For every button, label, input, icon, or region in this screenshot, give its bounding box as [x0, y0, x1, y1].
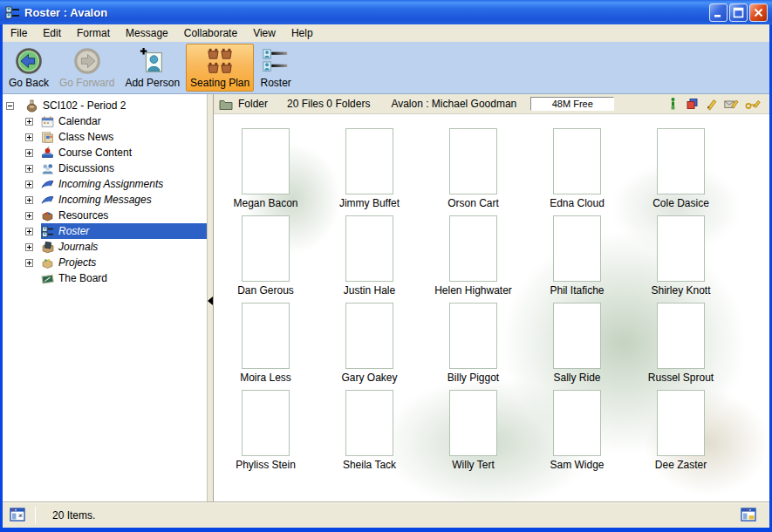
student-item[interactable]: Phyliss Stein [236, 390, 296, 471]
expand-toggle[interactable] [25, 228, 33, 235]
student-item[interactable]: Orson Cart [447, 128, 499, 209]
student-item[interactable]: Dee Zaster [655, 390, 707, 471]
roster-list-icon [260, 46, 291, 76]
student-photo [553, 390, 601, 456]
folder-contents-label: 20 Files 0 Folders [287, 98, 370, 110]
forward-arrow-icon [72, 46, 103, 76]
student-item[interactable]: Sally Ride [553, 303, 601, 384]
student-item[interactable]: Phil Itafiche [550, 215, 604, 297]
seating-plan-button[interactable]: Seating Plan [186, 44, 254, 92]
student-item[interactable]: Shirley Knott [651, 215, 710, 297]
window-title: Roster : Avalon [24, 6, 107, 19]
expand-toggle[interactable] [25, 133, 33, 141]
expand-toggle[interactable] [25, 259, 33, 267]
student-photo [345, 215, 393, 282]
student-name: Dee Zaster [655, 459, 707, 471]
student-name: Phil Itafiche [550, 284, 604, 297]
student-photo [553, 303, 601, 369]
tree-item-discussions[interactable]: Discussions [3, 160, 207, 176]
discussions-icon [41, 162, 54, 175]
student-photo [449, 303, 497, 369]
toggle-view-panel-icon[interactable] [741, 507, 757, 523]
student-name: Gary Oakey [341, 372, 397, 384]
menu-edit[interactable]: Edit [35, 25, 69, 41]
menu-help[interactable]: Help [284, 25, 321, 41]
key-edit-icon[interactable] [745, 97, 761, 111]
person-permission-icon[interactable] [666, 97, 680, 111]
expand-toggle[interactable] [25, 196, 33, 204]
student-item[interactable]: Edna Cloud [550, 128, 605, 209]
student-item[interactable]: Moira Less [240, 303, 291, 384]
tree-item-roster[interactable]: Roster [3, 223, 207, 239]
student-photo [657, 303, 705, 369]
student-photo [449, 128, 497, 194]
expand-toggle[interactable] [25, 149, 33, 157]
maximize-button[interactable] [729, 3, 748, 22]
mail-edit-icon[interactable] [724, 97, 739, 111]
status-bar: 20 Items. [3, 501, 769, 528]
expand-toggle[interactable] [6, 102, 14, 110]
toggle-tree-panel-icon[interactable] [10, 507, 26, 523]
maximize-icon [733, 7, 744, 18]
application-window: Roster : Avalon File Edit Format Message… [0, 0, 772, 532]
student-item[interactable]: Sam Widge [550, 390, 604, 471]
student-photo [553, 215, 601, 282]
student-item[interactable]: Russel Sprout [648, 303, 714, 384]
student-item[interactable]: Cole Dasice [652, 128, 709, 209]
expand-toggle[interactable] [25, 165, 33, 173]
tree-item-calendar[interactable]: Calendar [3, 113, 207, 129]
student-photo [242, 215, 290, 282]
menu-collaborate[interactable]: Collaborate [176, 25, 245, 41]
student-item[interactable]: Gary Oakey [341, 303, 397, 384]
student-name: Justin Hale [344, 284, 395, 297]
student-item[interactable]: Dan Gerous [237, 215, 294, 297]
tree-item-root[interactable]: SCI102 - Period 2 [3, 98, 207, 113]
close-button[interactable] [749, 3, 768, 22]
collapse-arrow-icon[interactable] [208, 297, 213, 305]
student-name: Jimmy Buffet [339, 197, 400, 209]
student-photo [657, 390, 705, 456]
student-item[interactable]: Sheila Tack [343, 390, 396, 471]
tree-item-resources[interactable]: Resources [3, 208, 207, 223]
tree-item-incoming-messages[interactable]: Incoming Messages [3, 192, 207, 208]
menu-format[interactable]: Format [69, 25, 118, 41]
tree-item-course-content[interactable]: Course Content [3, 145, 207, 160]
student-grid: Megan Bacon Jimmy Buffet Orson Cart Edna… [214, 114, 769, 477]
minimize-button[interactable] [709, 3, 728, 22]
tree-item-incoming-assignments[interactable]: Incoming Assignments [3, 176, 207, 192]
student-name: Moira Less [240, 372, 291, 384]
panel-splitter[interactable] [207, 94, 214, 501]
tree-item-projects[interactable]: Projects [3, 255, 207, 270]
add-person-button[interactable]: Add Person [120, 44, 184, 92]
tree-item-label: Journals [58, 241, 98, 253]
pencil-icon[interactable] [705, 97, 718, 111]
toolbar: Go Back Go Forward Add Person [3, 42, 769, 94]
layers-icon[interactable] [686, 97, 699, 111]
messages-book-icon [41, 194, 54, 207]
menu-file[interactable]: File [3, 25, 35, 41]
student-item[interactable]: Helen Highwater [434, 215, 512, 297]
seating-plan-icon [204, 46, 236, 76]
student-photo [553, 128, 601, 194]
minimize-icon [713, 7, 724, 18]
menu-view[interactable]: View [245, 25, 284, 41]
news-icon [41, 131, 54, 144]
go-back-button[interactable]: Go Back [4, 44, 53, 92]
student-item[interactable]: Megan Bacon [233, 128, 297, 209]
tree-item-the-board[interactable]: The Board [3, 270, 207, 286]
tree-item-journals[interactable]: Journals [3, 239, 207, 255]
student-item[interactable]: Jimmy Buffet [339, 128, 400, 209]
tree-item-class-news[interactable]: Class News [3, 129, 207, 145]
roster-button[interactable]: Roster [256, 44, 296, 92]
student-photo [449, 215, 497, 282]
student-item[interactable]: Justin Hale [344, 215, 395, 297]
student-item[interactable]: Billy Piggot [447, 303, 499, 384]
student-name: Phyliss Stein [236, 459, 296, 471]
menu-message[interactable]: Message [118, 25, 176, 41]
expand-toggle[interactable] [25, 243, 33, 251]
expand-toggle[interactable] [25, 118, 33, 126]
items-count-text: 20 Items. [52, 509, 95, 522]
expand-toggle[interactable] [25, 212, 33, 220]
expand-toggle[interactable] [25, 181, 33, 188]
student-item[interactable]: Willy Tert [449, 390, 497, 471]
